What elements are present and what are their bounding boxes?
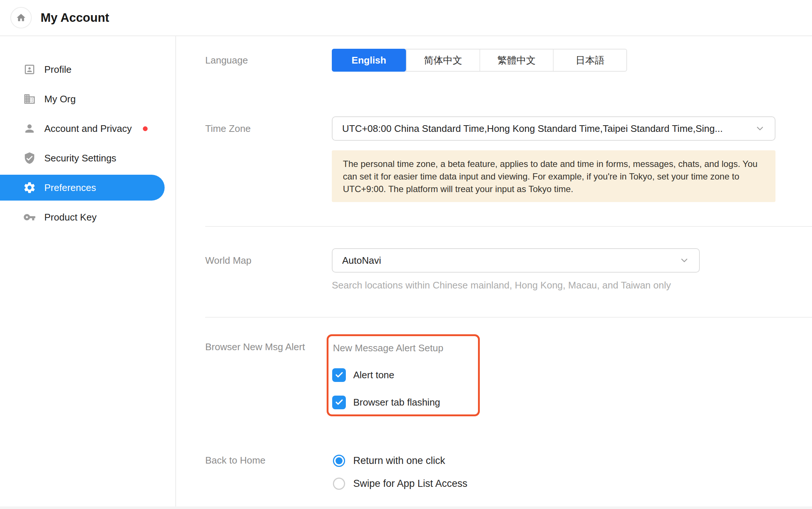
sidebar-item-security-settings[interactable]: Security Settings — [0, 143, 175, 173]
radio-selected-icon[interactable] — [333, 455, 345, 467]
tab-traditional-chinese[interactable]: 繁體中文 — [479, 49, 553, 71]
language-tab-group: English 简体中文 繁體中文 日本語 — [332, 49, 627, 72]
sidebar-item-label: Preferences — [44, 182, 96, 194]
sidebar-item-label: My Org — [44, 93, 76, 105]
home-icon — [16, 13, 26, 23]
sidebar-item-account-privacy[interactable]: Account and Privacy — [0, 114, 175, 143]
shield-check-icon — [23, 151, 36, 165]
section-divider — [205, 317, 812, 318]
sidebar-item-profile[interactable]: Profile — [0, 55, 175, 84]
sidebar-item-preferences[interactable]: Preferences — [0, 175, 165, 201]
notification-dot — [143, 126, 148, 131]
org-building-icon — [23, 92, 36, 106]
radio-label[interactable]: Swipe for App List Access — [353, 478, 467, 489]
msg-alert-annotation-box: New Message Alert Setup Alert tone Brows… — [327, 334, 480, 416]
timezone-beta-notice: The personal time zone, a beta feature, … — [332, 150, 775, 202]
sidebar: Profile My Org Account and Privacy Secur… — [0, 36, 176, 509]
key-icon — [23, 211, 36, 224]
sidebar-item-product-key[interactable]: Product Key — [0, 202, 175, 232]
swipe-app-list-radio-row[interactable]: Swipe for App List Access — [333, 475, 467, 492]
page-bottom-edge — [0, 506, 812, 509]
back-home-label: Back to Home — [205, 449, 265, 471]
sidebar-item-label: Account and Privacy — [44, 123, 132, 134]
return-one-click-radio-row[interactable]: Return with one click — [333, 452, 445, 469]
tab-japanese[interactable]: 日本語 — [553, 49, 626, 71]
chevron-down-icon — [679, 255, 689, 266]
sidebar-item-label: Profile — [44, 64, 72, 75]
tab-flashing-checkbox-row[interactable]: Browser tab flashing — [332, 394, 440, 410]
msg-alert-group-title: New Message Alert Setup — [333, 341, 443, 355]
worldmap-label: World Map — [205, 248, 251, 273]
timezone-select[interactable]: UTC+08:00 China Standard Time,Hong Kong … — [332, 116, 775, 141]
alert-tone-checkbox-row[interactable]: Alert tone — [332, 367, 394, 383]
chevron-down-icon — [755, 123, 765, 134]
tab-simplified-chinese[interactable]: 简体中文 — [406, 49, 479, 71]
checkbox-checked-icon[interactable] — [332, 368, 346, 382]
my-account-page: My Account Profile My Org Account and Pr… — [0, 0, 812, 509]
checkbox-checked-icon[interactable] — [332, 396, 346, 409]
sidebar-item-label: Security Settings — [44, 153, 116, 164]
sidebar-item-label: Product Key — [44, 212, 97, 223]
msg-alert-label: Browser New Msg Alert — [205, 335, 305, 358]
gear-icon — [23, 181, 36, 194]
section-divider — [205, 226, 812, 227]
worldmap-value: AutoNavi — [342, 255, 673, 266]
page-title: My Account — [41, 11, 109, 25]
language-label: Language — [205, 49, 248, 72]
worldmap-select[interactable]: AutoNavi — [332, 248, 700, 273]
timezone-value: UTC+08:00 China Standard Time,Hong Kong … — [342, 123, 749, 134]
tab-english[interactable]: English — [332, 49, 406, 72]
sidebar-item-my-org[interactable]: My Org — [0, 84, 175, 114]
person-icon — [23, 122, 36, 135]
radio-unselected-icon[interactable] — [333, 478, 345, 490]
radio-label[interactable]: Return with one click — [353, 455, 445, 467]
checkbox-label[interactable]: Browser tab flashing — [353, 397, 440, 408]
worldmap-hint: Search locations within Chinese mainland… — [332, 280, 671, 291]
timezone-label: Time Zone — [205, 116, 251, 141]
profile-card-icon — [23, 63, 36, 76]
home-button[interactable] — [10, 7, 32, 28]
header: My Account — [0, 0, 812, 36]
checkbox-label[interactable]: Alert tone — [353, 369, 394, 381]
